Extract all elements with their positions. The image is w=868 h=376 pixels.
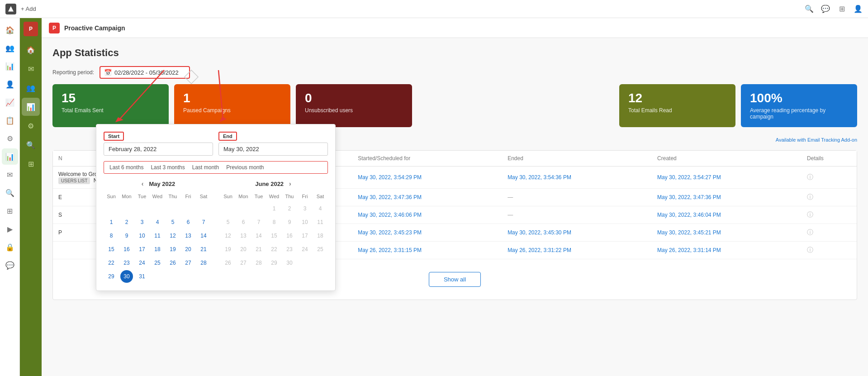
- dp-day[interactable]: 5: [166, 216, 179, 228]
- sidebar-mail-icon[interactable]: ✉: [2, 167, 18, 183]
- dp-day[interactable]: 21: [252, 243, 265, 256]
- dp-day[interactable]: 12: [166, 229, 179, 242]
- dp-day[interactable]: 5: [222, 216, 234, 228]
- campaign-name-link-3[interactable]: P: [58, 229, 62, 236]
- sidebar-home-icon[interactable]: 🏠: [2, 22, 18, 38]
- info-icon-3[interactable]: ⓘ: [807, 228, 813, 236]
- dp-day[interactable]: 25: [314, 243, 327, 256]
- green-search-icon[interactable]: 🔍: [22, 136, 40, 154]
- sidebar-play-icon[interactable]: ▶: [2, 221, 18, 237]
- green-mail-icon[interactable]: ✉: [22, 60, 40, 78]
- user-avatar[interactable]: 👤: [854, 5, 863, 14]
- sidebar-reports-icon[interactable]: 📊: [2, 58, 18, 74]
- sidebar-analytics-icon[interactable]: 📈: [2, 94, 18, 110]
- preset-last-6-months[interactable]: Last 6 months: [108, 163, 145, 171]
- dp-day[interactable]: 14: [252, 229, 265, 242]
- green-settings-icon[interactable]: ⚙: [22, 117, 40, 135]
- dp-day[interactable]: 6: [182, 216, 194, 228]
- created-link-1[interactable]: May 30, 2022, 3:47:36 PM: [657, 194, 721, 200]
- dp-day[interactable]: 25: [151, 257, 164, 269]
- dp-day[interactable]: 23: [283, 243, 296, 256]
- created-link-4[interactable]: May 26, 2022, 3:31:14 PM: [657, 247, 721, 253]
- sidebar-apps-icon[interactable]: ⊞: [2, 203, 18, 219]
- dp-day[interactable]: 13: [182, 229, 194, 242]
- dp-day[interactable]: 18: [314, 229, 327, 242]
- created-link-0[interactable]: May 30, 2022, 3:54:27 PM: [657, 174, 721, 181]
- dp-day[interactable]: 30: [283, 257, 296, 269]
- info-icon-2[interactable]: ⓘ: [807, 211, 813, 218]
- dp-day[interactable]: 23: [120, 257, 133, 269]
- dp-day[interactable]: 29: [268, 257, 280, 269]
- sidebar-users-icon[interactable]: 👤: [2, 76, 18, 92]
- dp-day[interactable]: 10: [136, 229, 148, 242]
- sidebar-chart-icon[interactable]: 📊: [2, 148, 18, 165]
- dp-day[interactable]: 16: [283, 229, 296, 242]
- dp-day[interactable]: 3: [299, 202, 311, 215]
- dp-day[interactable]: 1: [268, 202, 280, 215]
- dp-day[interactable]: 24: [299, 243, 311, 256]
- dp-day[interactable]: 10: [299, 216, 311, 228]
- dp-day[interactable]: 16: [120, 243, 133, 256]
- dp-day[interactable]: 7: [197, 216, 210, 228]
- dp-day[interactable]: 26: [166, 257, 179, 269]
- campaign-name-link-1[interactable]: E: [58, 194, 62, 200]
- preset-previous-month[interactable]: Previous month: [224, 163, 266, 171]
- dp-day[interactable]: 12: [222, 229, 234, 242]
- dp-next-button[interactable]: ›: [287, 179, 293, 188]
- started-link-2[interactable]: May 30, 2022, 3:46:06 PM: [358, 212, 422, 218]
- grid-icon[interactable]: ⊞: [837, 5, 846, 14]
- dp-day[interactable]: 31: [136, 270, 148, 283]
- dp-day[interactable]: 20: [237, 243, 250, 256]
- preset-last-3-months[interactable]: Last 3 months: [149, 163, 186, 171]
- dp-day[interactable]: 3: [136, 216, 148, 228]
- chat-icon[interactable]: 💬: [821, 5, 830, 14]
- dp-day[interactable]: 22: [105, 257, 118, 269]
- email-tracking-link[interactable]: Available with Email Tracking Add-on: [776, 137, 857, 143]
- dp-day[interactable]: 1: [105, 216, 118, 228]
- dp-day[interactable]: 21: [197, 243, 210, 256]
- date-range-input[interactable]: 📅 02/28/2022 - 05/30/2022: [100, 66, 190, 79]
- info-icon-4[interactable]: ⓘ: [807, 246, 813, 253]
- search-icon[interactable]: 🔍: [805, 5, 814, 14]
- dp-day[interactable]: 15: [105, 243, 118, 256]
- created-link-2[interactable]: May 30, 2022, 3:46:04 PM: [657, 212, 721, 218]
- add-button[interactable]: + Add: [21, 5, 36, 12]
- dp-day-selected[interactable]: 30: [120, 270, 133, 283]
- green-group-icon[interactable]: 👥: [22, 79, 40, 97]
- dp-day[interactable]: 11: [314, 216, 327, 228]
- dp-day[interactable]: 24: [136, 257, 148, 269]
- ended-link-0[interactable]: May 30, 2022, 3:54:36 PM: [508, 174, 571, 181]
- green-home-icon[interactable]: 🏠: [22, 41, 40, 59]
- created-link-3[interactable]: May 30, 2022, 3:45:21 PM: [657, 229, 721, 236]
- dp-day[interactable]: 26: [222, 257, 234, 269]
- dp-end-input[interactable]: [218, 143, 328, 156]
- dp-day[interactable]: 17: [299, 229, 311, 242]
- ended-link-4[interactable]: May 26, 2022, 3:31:22 PM: [508, 247, 571, 253]
- dp-prev-button[interactable]: ‹: [140, 179, 146, 188]
- green-apps-icon[interactable]: ⊞: [22, 155, 40, 173]
- dp-day[interactable]: 29: [105, 270, 118, 283]
- dp-day[interactable]: 6: [237, 216, 250, 228]
- started-link-3[interactable]: May 30, 2022, 3:45:23 PM: [358, 229, 422, 236]
- ended-link-3[interactable]: May 30, 2022, 3:45:30 PM: [508, 229, 571, 236]
- sidebar-lock-icon[interactable]: 🔒: [2, 239, 18, 255]
- dp-day[interactable]: 28: [197, 257, 210, 269]
- dp-day[interactable]: 28: [252, 257, 265, 269]
- dp-day[interactable]: 2: [120, 216, 133, 228]
- dp-start-input[interactable]: [104, 143, 213, 156]
- dp-day[interactable]: 7: [252, 216, 265, 228]
- dp-day[interactable]: 22: [268, 243, 280, 256]
- dp-day[interactable]: 19: [166, 243, 179, 256]
- dp-day[interactable]: 8: [105, 229, 118, 242]
- dp-day[interactable]: 20: [182, 243, 194, 256]
- sidebar-chat-icon[interactable]: 💬: [2, 257, 18, 273]
- show-all-button[interactable]: Show all: [429, 272, 481, 287]
- dp-day[interactable]: 19: [222, 243, 234, 256]
- info-icon-1[interactable]: ⓘ: [807, 193, 813, 200]
- preset-last-month[interactable]: Last month: [190, 163, 221, 171]
- info-icon-0[interactable]: ⓘ: [807, 173, 813, 181]
- sidebar-contacts-icon[interactable]: 👥: [2, 40, 18, 56]
- dp-day[interactable]: 4: [151, 216, 164, 228]
- dp-day[interactable]: 8: [268, 216, 280, 228]
- started-link-0[interactable]: May 30, 2022, 3:54:29 PM: [358, 174, 422, 181]
